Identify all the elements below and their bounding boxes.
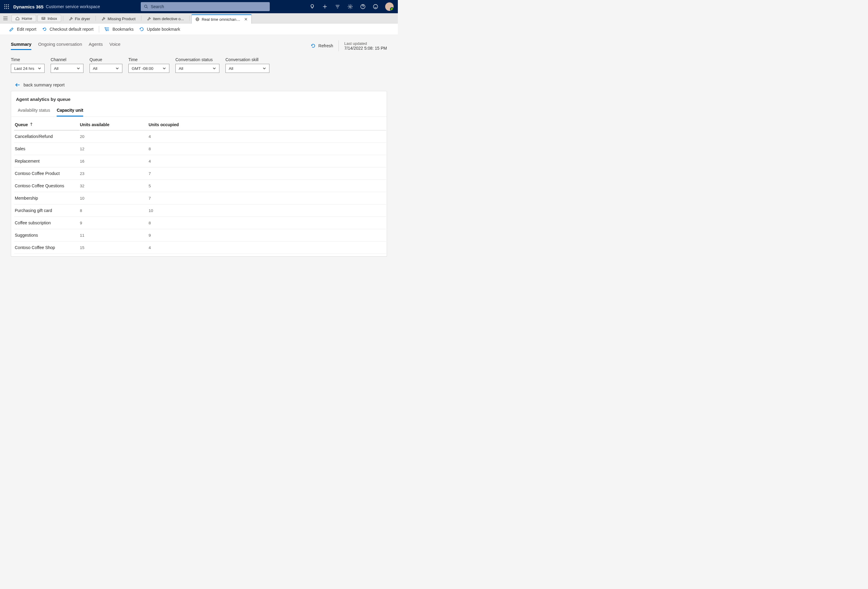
svg-point-0 xyxy=(4,4,6,6)
cell-units-occupied: 10 xyxy=(148,205,386,217)
global-search[interactable] xyxy=(141,2,270,11)
user-avatar[interactable] xyxy=(385,2,394,11)
update-bookmark-button[interactable]: Update bookmark xyxy=(139,27,180,32)
separator xyxy=(338,40,339,51)
hamburger-icon[interactable] xyxy=(0,13,11,23)
table-row: Purchasing gift card810 xyxy=(14,205,386,217)
svg-point-31 xyxy=(105,27,105,28)
global-header: Dynamics 365 Customer service workspace xyxy=(0,0,398,13)
svg-point-7 xyxy=(6,8,7,9)
cell-units-occupied: 4 xyxy=(148,130,386,143)
filter-label-status: Conversation status xyxy=(176,57,219,62)
emoji-icon[interactable] xyxy=(372,4,379,10)
inbox-icon xyxy=(41,16,46,21)
undo-icon xyxy=(42,27,47,32)
tab-realtime-omnichannel[interactable]: Real time omnichannel an... ✕ xyxy=(191,15,252,24)
cell-units-occupied: 4 xyxy=(148,241,386,254)
cell-units-available: 20 xyxy=(79,130,148,143)
tab-missing-product[interactable]: Missing Product xyxy=(97,15,139,23)
last-updated: Last updated 7/14/2022 5:08: 15 PM xyxy=(344,41,387,51)
filter-channel-dropdown[interactable]: All xyxy=(51,64,84,73)
chevron-down-icon xyxy=(115,66,119,70)
svg-point-21 xyxy=(376,6,376,6)
tab-voice[interactable]: Voice xyxy=(109,41,121,50)
filter-icon[interactable] xyxy=(335,4,341,10)
close-icon[interactable]: ✕ xyxy=(244,17,248,22)
chevron-down-icon xyxy=(38,66,41,70)
checkout-report-button[interactable]: Checkout default report xyxy=(42,27,94,32)
cell-units-occupied: 8 xyxy=(148,143,386,155)
filter-status-dropdown[interactable]: All xyxy=(176,64,219,73)
svg-point-8 xyxy=(8,8,9,9)
filter-label-skill: Conversation skill xyxy=(226,57,269,62)
tab-home[interactable]: Home xyxy=(12,15,36,22)
tab-agents[interactable]: Agents xyxy=(89,41,103,50)
filter-label-channel: Channel xyxy=(51,57,84,62)
pencil-icon xyxy=(9,27,15,32)
tab-ongoing-conversation[interactable]: Ongoing conversation xyxy=(38,41,82,50)
filter-queue-dropdown[interactable]: All xyxy=(90,64,123,73)
cell-queue: Suggestions xyxy=(14,229,79,241)
tab-inbox[interactable]: Inbox xyxy=(37,15,61,22)
command-bar: Edit report Checkout default report Book… xyxy=(0,24,398,35)
app-launcher-icon[interactable] xyxy=(0,4,13,9)
svg-point-2 xyxy=(8,4,9,6)
add-icon[interactable] xyxy=(322,4,328,10)
back-summary-report[interactable]: back summary report xyxy=(15,82,387,87)
cell-units-available: 11 xyxy=(79,229,148,241)
svg-point-19 xyxy=(373,4,378,9)
arrow-left-icon xyxy=(15,83,20,87)
cell-units-occupied: 5 xyxy=(148,180,386,192)
filter-label-queue: Queue xyxy=(90,57,123,62)
cell-queue: Contoso Coffee Questions xyxy=(14,180,79,192)
subtab-capacity-unit[interactable]: Capacity unit xyxy=(57,106,83,116)
queue-capacity-table: Queue Units available Units occupied Can… xyxy=(14,119,386,254)
brand-name: Dynamics 365 xyxy=(13,4,43,9)
chevron-down-icon xyxy=(162,66,166,70)
subtab-availability-status[interactable]: Availability status xyxy=(18,106,50,116)
wrench-icon xyxy=(147,17,151,21)
table-row: Membership107 xyxy=(14,192,386,205)
edit-report-button[interactable]: Edit report xyxy=(9,27,37,32)
report-view-tabs: Summary Ongoing conversation Agents Voic… xyxy=(11,41,121,50)
svg-point-16 xyxy=(349,6,351,7)
svg-point-4 xyxy=(6,6,7,7)
col-queue[interactable]: Queue xyxy=(14,119,79,130)
filter-bar: Time Last 24 hrs Channel All Queue All T… xyxy=(11,57,387,73)
svg-point-20 xyxy=(375,6,375,6)
wrench-icon xyxy=(69,17,73,21)
table-row: Cancellation/Refund204 xyxy=(14,130,386,143)
col-units-occupied[interactable]: Units occupied xyxy=(148,119,386,130)
help-icon[interactable] xyxy=(360,4,366,10)
bookmarks-button[interactable]: Bookmarks xyxy=(105,27,133,32)
cell-units-available: 10 xyxy=(79,192,148,205)
cell-queue: Contoso Coffee Product xyxy=(14,168,79,180)
cell-units-available: 23 xyxy=(79,168,148,180)
refresh-button[interactable]: Refresh xyxy=(310,43,333,49)
search-input[interactable] xyxy=(151,4,267,9)
tab-fix-dryer[interactable]: Fix dryer xyxy=(65,15,94,23)
tab-item-defective[interactable]: Item defective o... xyxy=(143,15,188,23)
filter-label-timezone: Time xyxy=(128,57,170,62)
tab-separator xyxy=(96,16,96,21)
cell-units-available: 8 xyxy=(79,205,148,217)
home-icon xyxy=(15,16,19,21)
svg-point-33 xyxy=(106,30,107,31)
lightbulb-icon[interactable] xyxy=(309,4,315,10)
svg-point-9 xyxy=(145,5,147,7)
svg-line-10 xyxy=(147,7,148,8)
gear-icon[interactable] xyxy=(347,4,353,10)
tab-summary[interactable]: Summary xyxy=(11,41,31,50)
last-updated-value: 7/14/2022 5:08: 15 PM xyxy=(344,46,387,51)
session-tabstrip: Home Inbox Fix dryer Missing Product Ite… xyxy=(0,13,398,24)
filter-time-dropdown[interactable]: Last 24 hrs xyxy=(11,64,44,73)
chevron-down-icon xyxy=(213,66,216,70)
cell-units-available: 9 xyxy=(79,217,148,229)
filter-skill-dropdown[interactable]: All xyxy=(226,64,269,73)
col-units-available[interactable]: Units available xyxy=(79,119,148,130)
filter-timezone-dropdown[interactable]: GMT -08:00 xyxy=(128,64,170,73)
card-subtabs: Availability status Capacity unit xyxy=(11,106,387,117)
cell-units-available: 16 xyxy=(79,155,148,168)
globe-icon xyxy=(195,17,199,21)
table-row: Contoso Coffee Questions325 xyxy=(14,180,386,192)
